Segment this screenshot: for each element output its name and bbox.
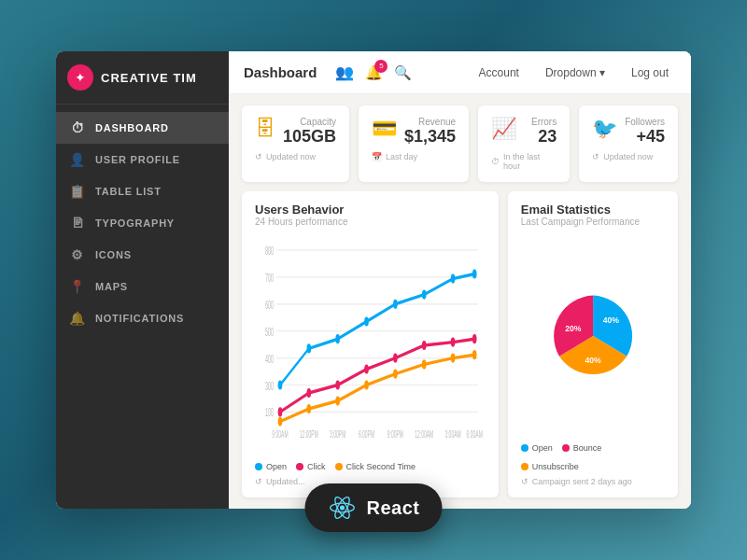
stat-footer-0: ↺ Updated now: [255, 152, 336, 161]
stat-footer-text-2: In the last hour: [503, 152, 557, 171]
users-behavior-subtitle: 24 Hours performance: [255, 217, 486, 227]
svg-point-27: [422, 290, 427, 300]
svg-text:300: 300: [265, 380, 274, 392]
maps-icon: 📍: [69, 279, 86, 294]
svg-text:100: 100: [265, 407, 274, 419]
page-title: Dashboard: [244, 64, 317, 80]
charts-row: Users Behavior 24 Hours performance 800: [229, 191, 691, 509]
sidebar-item-typography[interactable]: 🖹TYPOGRAPHY: [56, 207, 229, 239]
svg-point-29: [472, 269, 477, 278]
svg-point-41: [364, 380, 369, 389]
sidebar-item-dashboard[interactable]: ⏱DASHBOARD: [56, 112, 229, 144]
logo-icon: ✦: [67, 64, 93, 91]
stat-footer-1: 📅 Last day: [372, 152, 456, 161]
line-chart-legend: Open Click Click Second Time: [255, 462, 486, 471]
svg-text:40%: 40%: [602, 315, 619, 325]
pie-chart-area: 40% 40% 20%: [521, 234, 665, 438]
stat-card-1: 💳 Revenue $1,345 📅 Last day: [359, 105, 469, 182]
logout-link[interactable]: Log out: [624, 66, 676, 79]
stat-footer-icon-3: ↺: [592, 152, 599, 161]
notif-badge: 5: [374, 60, 388, 73]
stats-row: 🗄 Capacity 105GB ↺ Updated now 💳 Revenue…: [229, 94, 691, 191]
top-nav: Dashboard 👥 🔔 5 🔍 Account Dropdown ▾ Log…: [229, 51, 691, 94]
sidebar-item-maps[interactable]: 📍MAPS: [56, 271, 229, 302]
svg-text:12:00PM: 12:00PM: [300, 427, 318, 440]
brand-name: CREATIVE TIM: [101, 71, 197, 85]
stat-footer-2: ⏱ In the last hour: [491, 152, 557, 171]
stat-label-2: Errors: [524, 117, 557, 127]
svg-text:9:00AM: 9:00AM: [272, 427, 288, 440]
sidebar-item-notifications[interactable]: 🔔NOTIFICATIONS: [56, 302, 229, 334]
svg-point-24: [335, 334, 340, 343]
sidebar-item-table-list[interactable]: 📋TABLE LIST: [56, 175, 229, 207]
stat-icon-2: 📈: [491, 117, 516, 141]
svg-text:400: 400: [265, 353, 274, 365]
svg-point-42: [393, 370, 398, 379]
svg-point-44: [451, 354, 456, 363]
pie-chart-footer: ↺Campaign sent 2 days ago: [521, 477, 665, 486]
email-stats-title: Email Statistics: [521, 203, 665, 217]
stat-card-0: 🗄 Capacity 105GB ↺ Updated now: [242, 105, 349, 182]
svg-point-25: [364, 316, 369, 326]
svg-point-34: [393, 354, 398, 363]
stat-footer-icon-1: 📅: [372, 152, 382, 161]
stat-label-3: Followers: [625, 117, 665, 127]
stat-icon-1: 💳: [372, 117, 397, 141]
react-icon: [328, 493, 358, 523]
sidebar-item-label: USER PROFILE: [95, 154, 180, 165]
svg-text:12:00AM: 12:00AM: [415, 427, 433, 440]
dashboard-icon: ⏱: [69, 120, 86, 135]
people-icon[interactable]: 👥: [335, 63, 354, 81]
dropdown-link[interactable]: Dropdown ▾: [538, 66, 613, 79]
sidebar-item-icons[interactable]: ⚙ICONS: [56, 239, 229, 271]
svg-text:3:00PM: 3:00PM: [330, 427, 345, 440]
pie-chart-legend: Open Bounce Unsubscribe: [521, 443, 665, 471]
stat-footer-text-3: Updated now: [603, 152, 653, 161]
sidebar-item-label: DASHBOARD: [95, 122, 169, 133]
svg-point-26: [393, 300, 398, 309]
stat-value-1: $1,345: [404, 127, 456, 147]
sidebar-item-user-profile[interactable]: 👤USER PROFILE: [56, 144, 229, 175]
main-area: Dashboard 👥 🔔 5 🔍 Account Dropdown ▾ Log…: [229, 51, 691, 509]
sidebar-header: ✦ CREATIVE TIM: [56, 51, 229, 105]
search-icon[interactable]: 🔍: [394, 64, 412, 81]
svg-text:600: 600: [265, 300, 274, 312]
svg-point-23: [307, 343, 312, 353]
react-label: React: [367, 497, 420, 519]
svg-point-49: [340, 505, 345, 510]
sidebar-item-label: NOTIFICATIONS: [95, 313, 184, 324]
svg-point-36: [451, 338, 456, 347]
svg-point-43: [422, 359, 427, 369]
svg-point-30: [278, 407, 283, 416]
stat-card-3: 🐦 Followers +45 ↺ Updated now: [579, 105, 678, 182]
svg-point-28: [451, 274, 456, 284]
stat-icon-0: 🗄: [255, 117, 275, 141]
sidebar-nav: ⏱DASHBOARD👤USER PROFILE📋TABLE LIST🖹TYPOG…: [56, 105, 229, 509]
svg-point-32: [335, 380, 340, 389]
stat-value-2: 23: [524, 127, 557, 147]
line-chart-area: 800 700 600 500 400 300 100 9:00AM 12:00…: [255, 234, 486, 456]
svg-text:500: 500: [265, 326, 274, 338]
account-link[interactable]: Account: [472, 66, 527, 79]
svg-point-37: [472, 334, 477, 343]
stat-icon-3: 🐦: [592, 117, 617, 141]
svg-point-31: [307, 388, 312, 398]
svg-text:9:00PM: 9:00PM: [388, 427, 403, 440]
svg-text:800: 800: [265, 245, 274, 258]
svg-text:3:00AM: 3:00AM: [444, 427, 460, 440]
stat-footer-text-0: Updated now: [266, 152, 316, 161]
dashboard-container: ✦ CREATIVE TIM ⏱DASHBOARD👤USER PROFILE📋T…: [56, 51, 691, 509]
react-badge: React: [305, 483, 443, 532]
notifications-button[interactable]: 🔔 5: [365, 64, 383, 81]
stat-value-3: +45: [625, 127, 665, 147]
svg-point-33: [364, 364, 369, 373]
stat-footer-text-1: Last day: [386, 152, 417, 161]
svg-text:700: 700: [265, 273, 274, 285]
svg-text:6:00PM: 6:00PM: [359, 427, 374, 440]
svg-text:40%: 40%: [585, 356, 601, 365]
icons-icon: ⚙: [69, 247, 86, 262]
svg-point-35: [422, 341, 427, 350]
email-statistics-card: Email Statistics Last Campaign Performan…: [508, 191, 678, 497]
sidebar-item-label: TYPOGRAPHY: [95, 217, 175, 229]
sidebar-item-label: TABLE LIST: [95, 186, 162, 197]
